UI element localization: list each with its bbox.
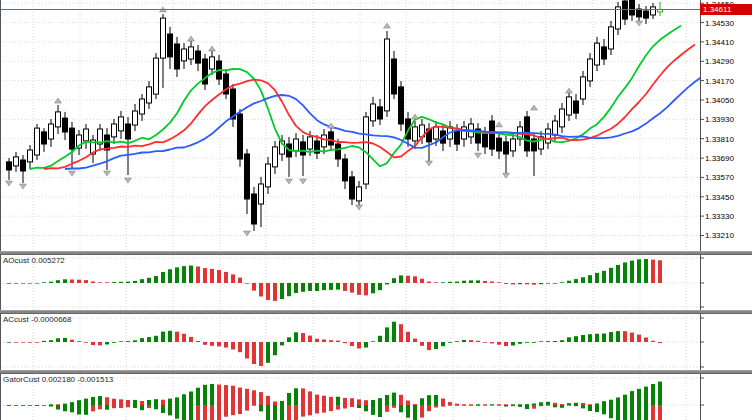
histogram-bar	[637, 389, 641, 405]
histogram-bar	[224, 405, 228, 417]
histogram-bar	[532, 405, 536, 409]
histogram-bar	[357, 342, 361, 349]
histogram-bar	[231, 342, 235, 350]
candle-body	[119, 117, 124, 131]
histogram-bar	[308, 283, 312, 291]
histogram-bar	[14, 405, 18, 406]
histogram-bar	[70, 405, 74, 412]
histogram-bar	[28, 342, 32, 343]
chart-canvas[interactable]	[0, 0, 752, 420]
histogram-bar	[294, 405, 298, 420]
fractal-arrows	[6, 7, 643, 236]
histogram-bar	[105, 405, 109, 410]
histogram-bar	[630, 261, 634, 283]
price-tick-label: 1.34290	[705, 57, 734, 66]
candle-body	[455, 131, 460, 144]
histogram-bar	[287, 393, 291, 405]
fractal-down-arrow-icon	[6, 181, 13, 186]
histogram-bar	[630, 391, 634, 405]
histogram-bar	[56, 280, 60, 283]
histogram-bar	[602, 334, 606, 343]
histogram-bar	[399, 275, 403, 283]
histogram-bar	[154, 405, 158, 409]
histogram-bar	[511, 404, 515, 405]
chart-window: AOcust 0.005272 ACcust -0.0000668 GatorC…	[0, 0, 752, 420]
histogram-bar	[483, 281, 487, 283]
histogram-bar	[280, 401, 284, 405]
histogram-bar	[616, 331, 620, 342]
candle-body	[357, 187, 362, 201]
panel-separator[interactable]	[0, 310, 752, 314]
histogram-bar	[371, 341, 375, 342]
histogram-bar	[140, 401, 144, 405]
histogram-bar	[161, 405, 165, 413]
histogram-bar	[175, 397, 179, 405]
histogram-bar	[112, 342, 116, 343]
candle-body	[266, 164, 271, 187]
candle-body	[308, 137, 313, 149]
candle-body	[581, 77, 586, 99]
candle-body	[63, 118, 68, 132]
candle-body	[350, 177, 355, 199]
histogram-bar	[539, 402, 543, 405]
panel-separator[interactable]	[0, 370, 752, 374]
histogram-bar	[266, 396, 270, 405]
histogram-bar	[196, 388, 200, 405]
histogram-bar	[420, 398, 424, 405]
histogram-bar	[567, 403, 571, 405]
fractal-down-arrow-icon	[475, 153, 482, 158]
histogram-bar	[70, 280, 74, 284]
fractal-down-arrow-icon	[503, 173, 510, 178]
histogram-bar	[77, 341, 81, 342]
histogram-bar	[630, 333, 634, 342]
histogram-bar	[595, 405, 599, 412]
histogram-bar	[308, 405, 312, 415]
histogram-bar	[357, 405, 361, 408]
histogram-bar	[21, 405, 25, 406]
histogram-bar	[434, 395, 438, 405]
candle-body	[273, 147, 278, 167]
panel-separator[interactable]	[0, 251, 752, 255]
histogram-bar	[329, 405, 333, 411]
histogram-bar	[112, 399, 116, 405]
histogram-bar	[91, 342, 95, 345]
histogram-bar	[175, 405, 179, 419]
price-axis[interactable]: 0.006728 0.000000 -0.007760 0.0026515 0.…	[700, 0, 752, 420]
histogram-bar	[385, 405, 389, 412]
ao-histogram	[7, 259, 662, 301]
histogram-bar	[287, 405, 291, 420]
histogram-bar	[378, 405, 382, 417]
histogram-bar	[651, 405, 655, 420]
histogram-bar	[168, 399, 172, 405]
histogram-bar	[553, 403, 557, 405]
fractal-down-arrow-icon	[426, 161, 433, 166]
fractal-down-arrow-icon	[356, 205, 363, 210]
price-tick-label: 1.33210	[705, 231, 734, 240]
histogram-bar	[581, 405, 585, 408]
histogram-bar	[189, 405, 193, 420]
histogram-bar	[203, 405, 207, 420]
histogram-bar	[49, 404, 53, 405]
histogram-bar	[147, 278, 151, 283]
histogram-bar	[189, 337, 193, 342]
histogram-bar	[455, 282, 459, 283]
histogram-bar	[588, 275, 592, 283]
histogram-bar	[329, 397, 333, 405]
histogram-bar	[462, 340, 466, 342]
histogram-bar	[455, 341, 459, 342]
histogram-bar	[203, 385, 207, 405]
candle-body	[546, 129, 551, 143]
histogram-bar	[196, 267, 200, 284]
fractal-down-arrow-icon	[69, 171, 76, 176]
histogram-bar	[378, 283, 382, 290]
histogram-bar	[581, 403, 585, 405]
histogram-bar	[497, 405, 501, 406]
candle-body	[567, 97, 572, 115]
histogram-bar	[588, 334, 592, 342]
histogram-bar	[322, 396, 326, 405]
histogram-bar	[280, 342, 284, 345]
histogram-bar	[210, 342, 214, 346]
histogram-bar	[238, 388, 242, 405]
histogram-bar	[147, 337, 151, 342]
histogram-bar	[189, 266, 193, 284]
